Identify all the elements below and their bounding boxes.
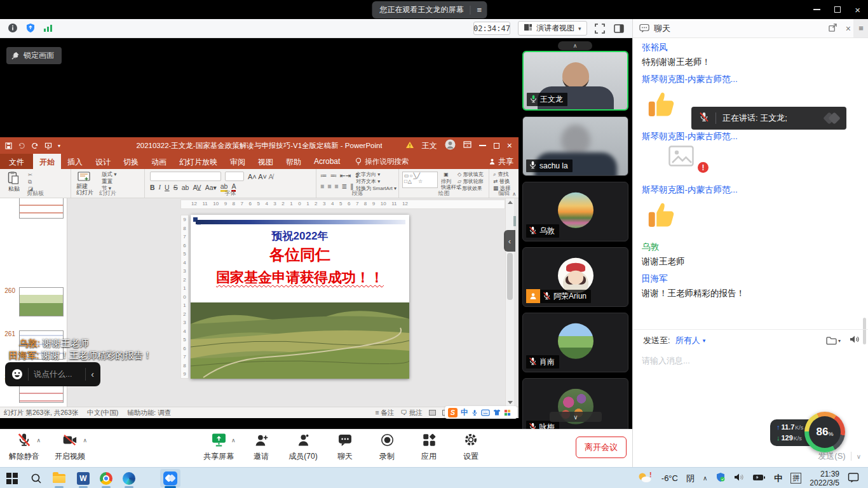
numbering-icon[interactable]: ≕ [330, 172, 337, 179]
taskbar-clock[interactable]: 21:392022/3/5 [810, 470, 839, 487]
collapse-ribbon-icon[interactable]: ∧ [512, 191, 516, 197]
find-button[interactable]: 查找 [498, 171, 508, 177]
battery-icon[interactable] [752, 473, 766, 484]
ppt-tab-帮助[interactable]: 帮助 [280, 154, 308, 169]
collapse-chat-icon[interactable]: ‹ [91, 369, 94, 379]
quick-access-toolbar[interactable]: ▾ [5, 142, 60, 149]
ppt-tab-审阅[interactable]: 审阅 [224, 154, 252, 169]
ime-skin-icon[interactable] [493, 409, 501, 416]
chat-message-list[interactable]: 张裕凤特别谢谢王老师！斯琴朝克图-内蒙古师范...斯琴朝克图-内蒙古师范...!… [633, 38, 868, 329]
ppt-minimize-icon[interactable] [479, 145, 486, 146]
security-shield-icon[interactable] [715, 472, 726, 484]
notification-center-icon[interactable] [848, 472, 859, 485]
video-panel-collapse-icon[interactable]: ‹ [504, 230, 515, 252]
edge-icon[interactable] [121, 470, 137, 487]
watching-banner[interactable]: 您正在观看王文龙的屏幕 ≡ [372, 1, 487, 18]
weather-temp[interactable]: -6°C [661, 473, 678, 483]
file-attach-icon[interactable]: ▾ [826, 336, 841, 345]
lock-view-button[interactable]: 锁定画面 [6, 47, 62, 64]
chat-input[interactable] [642, 353, 858, 368]
ime-mode-icon[interactable]: 中 [461, 407, 468, 418]
word-icon[interactable]: W [75, 470, 92, 487]
ime-pinyin-indicator[interactable]: 拼 [790, 473, 801, 484]
sogou-input-toolbar[interactable]: S 中 [445, 406, 517, 419]
toolbar-button-invite[interactable]: 邀请 [247, 433, 276, 462]
ppt-tab-Acrobat[interactable]: Acrobat [308, 154, 346, 169]
participant-tile[interactable]: 肖南 [522, 313, 628, 372]
normal-view-icon[interactable] [429, 410, 436, 416]
text-direction-button[interactable]: 文字方向 [356, 172, 376, 177]
accessibility-status[interactable]: 辅助功能: 调查 [127, 409, 171, 417]
toolbar-button-bubble[interactable]: 聊天 [330, 433, 360, 462]
restore-icon[interactable] [834, 6, 841, 13]
sound-icon[interactable] [850, 335, 860, 346]
start-button[interactable] [4, 470, 20, 487]
shape-fill-button[interactable]: 形状填充 [463, 172, 483, 177]
chrome-icon[interactable] [98, 470, 114, 487]
slide-canvas[interactable]: 预祝2022年 各位同仁 国家基金申请获得成功！！ [191, 215, 409, 379]
indent-icons[interactable]: ⇤⇥ [340, 172, 351, 179]
chevron-up-icon[interactable]: ∧ [36, 437, 41, 444]
new-slide-icon[interactable] [78, 172, 90, 182]
ribbon-display-icon[interactable] [463, 141, 471, 150]
slide-thumbnail[interactable] [19, 198, 64, 219]
popout-icon[interactable] [829, 23, 837, 34]
close-chat-icon[interactable]: × [846, 24, 851, 34]
ime-language-indicator[interactable]: 中 [774, 473, 782, 484]
toolbar-button-share[interactable]: ∧共享屏幕 [203, 433, 234, 462]
participant-tile[interactable]: 乌敦 [522, 182, 628, 241]
ime-mic-icon[interactable] [471, 409, 478, 417]
toolbar-button-mic[interactable]: ∧解除静音 [9, 433, 39, 462]
ppt-close-icon[interactable]: × [507, 140, 512, 151]
leave-meeting-button[interactable]: 离开会议 [576, 437, 627, 458]
ime-keyboard-icon[interactable] [481, 409, 490, 416]
ppt-tab-开始[interactable]: 开始 [33, 154, 61, 169]
close-icon[interactable]: × [855, 4, 860, 15]
emoji-icon[interactable] [11, 369, 23, 380]
replace-button[interactable]: 替换 [499, 178, 510, 184]
banner-menu-icon[interactable]: ≡ [477, 5, 482, 15]
send-to-dropdown[interactable]: 所有人▾ [675, 335, 706, 346]
meeting-info-icon[interactable] [8, 23, 18, 36]
participant-tile[interactable]: 阿荣Ariun [522, 247, 628, 307]
ppt-account-name[interactable]: 王文 [422, 140, 437, 151]
bullets-icon[interactable]: ≔ [320, 172, 327, 179]
shape-outline-button[interactable]: 形状轮廓 [463, 179, 483, 184]
ppt-restore-icon[interactable] [494, 143, 499, 149]
chat-menu-icon[interactable]: ≡ [853, 19, 868, 37]
meeting-app-icon[interactable] [162, 470, 179, 487]
scrollbar-thumb[interactable] [507, 253, 513, 300]
toolbar-button-record[interactable]: 录制 [372, 433, 402, 462]
fullscreen-icon[interactable] [595, 24, 605, 36]
scroll-up-icon[interactable]: ∧ [558, 41, 592, 50]
ppt-tab-视图[interactable]: 视图 [252, 154, 280, 169]
toolbar-button-apps[interactable]: 应用 [414, 433, 444, 462]
layout-button[interactable]: 版式 [102, 171, 112, 177]
quick-chat-bar[interactable]: 说点什么... ‹ [5, 362, 100, 386]
panel-drag-handle[interactable] [513, 216, 516, 226]
font-size-box[interactable] [225, 172, 244, 181]
ppt-tab-插入[interactable]: 插入 [61, 154, 89, 169]
minimize-icon[interactable] [813, 9, 820, 10]
tell-me-search[interactable]: 操作说明搜索 [355, 154, 409, 169]
chevron-up-icon[interactable]: ∧ [83, 437, 87, 444]
notes-toggle[interactable]: ≡ 备注 [375, 409, 394, 417]
tray-expand-icon[interactable]: ∧ [703, 475, 707, 482]
ppt-tab-切换[interactable]: 切换 [117, 154, 145, 169]
shapes-gallery[interactable]: ▭○╲╱□△⌒☆ [402, 172, 438, 188]
account-avatar[interactable] [445, 139, 456, 152]
quick-chat-placeholder[interactable]: 说点什么... [34, 369, 80, 380]
toolbar-button-people[interactable]: 成员(70) [288, 433, 318, 462]
taskbar-search-icon[interactable] [28, 470, 44, 487]
toolbar-button-gear[interactable]: 设置 [456, 433, 485, 462]
toolbar-button-cam[interactable]: ∧开启视频 [55, 433, 85, 462]
connection-stats-icon[interactable] [43, 24, 53, 35]
participant-tile[interactable]: sachu la [522, 116, 628, 176]
ppt-tab-幻灯片放映[interactable]: 幻灯片放映 [173, 154, 224, 169]
slide-thumbnail[interactable] [19, 287, 64, 316]
file-explorer-icon[interactable] [51, 470, 67, 487]
ime-toolbox-icon[interactable] [504, 409, 511, 416]
font-name-box[interactable] [150, 172, 221, 181]
participant-tile[interactable]: 王文龙 [522, 51, 628, 111]
ppt-share-button[interactable]: 共享 [489, 156, 513, 167]
